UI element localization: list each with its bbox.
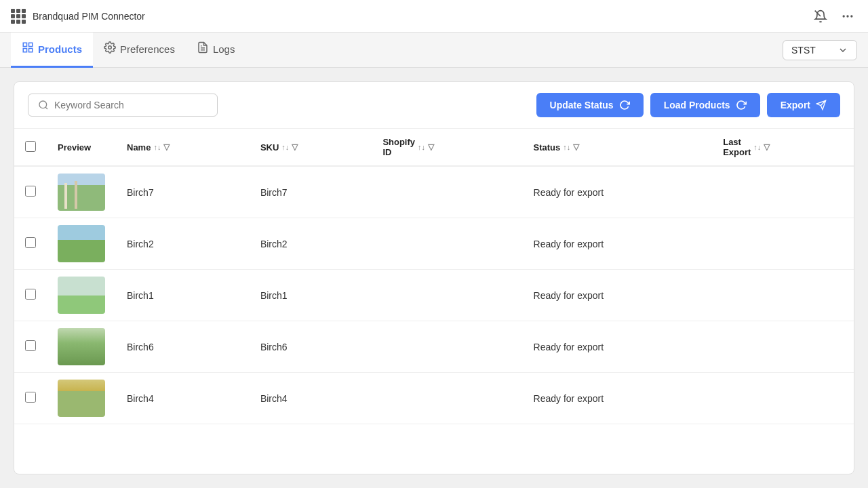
tab-preferences[interactable]: Preferences <box>93 33 186 68</box>
table-row: Birch4 Birch4 Ready for export <box>14 373 854 424</box>
row-checkbox-3[interactable] <box>25 340 36 351</box>
product-image-0 <box>58 174 105 211</box>
last-export-filter-icon[interactable]: ▽ <box>764 142 770 152</box>
row-status-3: Ready for export <box>523 321 713 373</box>
table-row: Birch2 Birch2 Ready for export <box>14 218 854 270</box>
row-last-export-0 <box>712 166 854 218</box>
row-sku-2: Birch1 <box>250 270 372 321</box>
table-header: Preview Name ↑↓ ▽ SKU ↑ <box>14 129 854 166</box>
app-title: Brandquad PIM Connector <box>33 11 145 22</box>
row-last-export-3 <box>712 321 854 373</box>
search-box <box>28 94 218 117</box>
table-row: Birch7 Birch7 Ready for export <box>14 166 854 218</box>
app-grid-icon <box>11 9 26 24</box>
shopify-sort-icon[interactable]: ↑↓ <box>418 144 425 151</box>
svg-point-2 <box>846 15 848 17</box>
export-label: Export <box>781 100 810 110</box>
update-status-button[interactable]: Update Status <box>536 93 644 117</box>
store-selector[interactable]: STST <box>783 40 857 60</box>
row-last-export-1 <box>712 218 854 270</box>
update-status-label: Update Status <box>550 100 614 110</box>
last-export-sort-icon[interactable]: ↑↓ <box>753 144 761 151</box>
notification-button[interactable] <box>811 7 830 26</box>
svg-rect-6 <box>29 49 33 52</box>
row-checkbox-1[interactable] <box>25 237 36 248</box>
store-dropdown-container: STST <box>783 40 857 60</box>
row-checkbox-2[interactable] <box>25 289 36 300</box>
row-name-1: Birch2 <box>116 218 250 270</box>
row-shopify-id-0 <box>372 166 522 218</box>
table-body: Birch7 Birch7 Ready for export Birch2 Bi… <box>14 166 854 424</box>
tab-products[interactable]: Products <box>11 33 93 68</box>
row-checkbox-0[interactable] <box>25 186 36 197</box>
status-sort-icon[interactable]: ↑↓ <box>563 144 570 151</box>
name-filter-icon[interactable]: ▽ <box>163 142 170 152</box>
row-preview-2 <box>47 270 116 321</box>
row-preview-0 <box>47 166 116 218</box>
row-sku-3: Birch6 <box>250 321 372 373</box>
export-button[interactable]: Export <box>767 93 840 117</box>
products-table-container: Preview Name ↑↓ ▽ SKU ↑ <box>14 129 854 474</box>
products-table: Preview Name ↑↓ ▽ SKU ↑ <box>14 129 854 424</box>
sku-filter-icon[interactable]: ▽ <box>292 142 298 152</box>
row-preview-1 <box>47 218 116 270</box>
th-select-all[interactable] <box>14 129 47 166</box>
row-sku-0: Birch7 <box>250 166 372 218</box>
toolbar-right: Update Status Load Products Export <box>536 93 840 117</box>
row-checkbox-cell-3[interactable] <box>14 321 47 373</box>
toolbar: Update Status Load Products Export <box>14 82 854 129</box>
th-name[interactable]: Name ↑↓ ▽ <box>116 129 250 166</box>
row-preview-4 <box>47 373 116 424</box>
product-image-3 <box>58 328 105 365</box>
search-input[interactable] <box>54 100 208 110</box>
th-status[interactable]: Status ↑↓ ▽ <box>523 129 713 166</box>
row-checkbox-cell-0[interactable] <box>14 166 47 218</box>
select-all-checkbox[interactable] <box>25 141 36 152</box>
name-sort-icon[interactable]: ↑↓ <box>153 144 161 151</box>
svg-rect-5 <box>29 43 33 46</box>
svg-point-1 <box>843 15 845 17</box>
preferences-tab-icon <box>104 41 116 56</box>
shopify-filter-icon[interactable]: ▽ <box>428 142 434 152</box>
row-shopify-id-3 <box>372 321 522 373</box>
th-preview: Preview <box>47 129 116 166</box>
logs-tab-icon <box>197 41 209 56</box>
products-tab-icon <box>22 41 34 56</box>
row-preview-3 <box>47 321 116 373</box>
th-last-export[interactable]: LastExport ↑↓ ▽ <box>712 129 854 166</box>
row-shopify-id-4 <box>372 373 522 424</box>
tab-logs[interactable]: Logs <box>186 33 246 68</box>
svg-line-12 <box>45 107 47 109</box>
row-sku-1: Birch2 <box>250 218 372 270</box>
svg-rect-4 <box>23 43 26 46</box>
status-filter-icon[interactable]: ▽ <box>573 142 579 152</box>
row-last-export-4 <box>712 373 854 424</box>
tabbar: Products Preferences Logs STST <box>0 33 868 68</box>
th-shopify-id[interactable]: ShopifyID ↑↓ ▽ <box>372 129 522 166</box>
load-products-label: Load Products <box>664 100 730 110</box>
tab-products-label: Products <box>38 43 82 55</box>
row-checkbox-cell-2[interactable] <box>14 270 47 321</box>
svg-point-8 <box>108 46 112 49</box>
th-sku-label: SKU <box>260 142 279 152</box>
th-sku[interactable]: SKU ↑↓ ▽ <box>250 129 372 166</box>
load-products-button[interactable]: Load Products <box>650 93 760 117</box>
row-checkbox-cell-4[interactable] <box>14 373 47 424</box>
more-options-button[interactable] <box>838 7 857 26</box>
row-status-2: Ready for export <box>523 270 713 321</box>
svg-rect-7 <box>23 49 26 52</box>
sku-sort-icon[interactable]: ↑↓ <box>281 144 289 151</box>
th-status-label: Status <box>534 142 561 152</box>
products-card: Update Status Load Products Export <box>14 81 854 474</box>
row-shopify-id-1 <box>372 218 522 270</box>
tab-logs-label: Logs <box>213 43 235 55</box>
topbar: Brandquad PIM Connector <box>0 0 868 33</box>
svg-point-11 <box>39 101 47 108</box>
th-name-label: Name <box>127 142 151 152</box>
row-name-2: Birch1 <box>116 270 250 321</box>
row-checkbox-4[interactable] <box>25 392 36 403</box>
row-status-4: Ready for export <box>523 373 713 424</box>
row-name-3: Birch6 <box>116 321 250 373</box>
row-checkbox-cell-1[interactable] <box>14 218 47 270</box>
product-image-1 <box>58 225 105 262</box>
